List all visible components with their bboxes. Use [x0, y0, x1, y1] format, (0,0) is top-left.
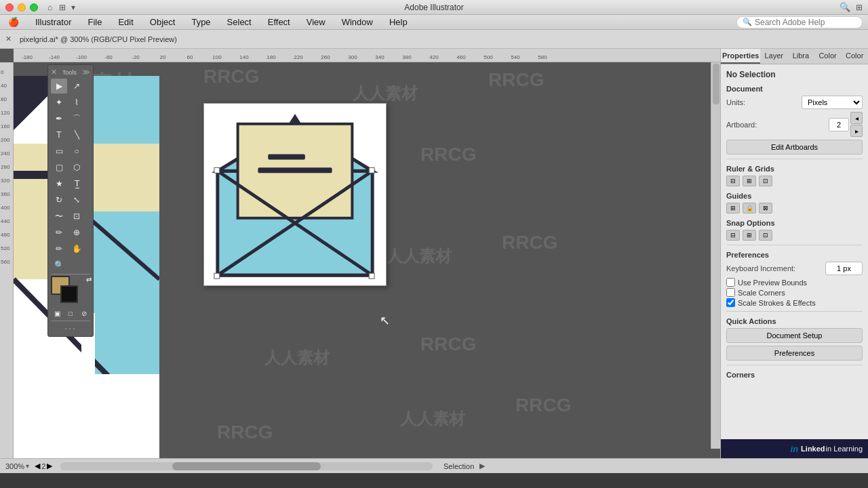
- tab-color2[interactable]: Color: [841, 49, 868, 64]
- home-icon[interactable]: ⌂: [47, 3, 52, 12]
- zoom-tool[interactable]: 🔍: [51, 258, 67, 272]
- ruler-icon-3[interactable]: ⊡: [759, 176, 772, 186]
- units-row: Units: Pixels Inches Centimeters Points: [726, 96, 863, 109]
- none-icon[interactable]: ⊘: [78, 307, 90, 319]
- ellipse-tool[interactable]: ○: [68, 144, 85, 159]
- menu-bar: 🍎 Illustrator File Edit Object Type Sele…: [0, 15, 868, 30]
- rectangle-tool[interactable]: ▭: [51, 144, 67, 159]
- guide-icon-1[interactable]: ⊞: [726, 203, 740, 214]
- scale-corners-checkbox[interactable]: [726, 288, 735, 297]
- menu-view[interactable]: View: [304, 16, 328, 28]
- eyedropper-tool[interactable]: ✏: [51, 225, 67, 240]
- menu-file[interactable]: File: [85, 16, 104, 28]
- keyboard-increment-input[interactable]: [825, 262, 863, 275]
- selection-tool[interactable]: ▶: [51, 79, 67, 94]
- magic-wand-tool[interactable]: ✦: [51, 95, 67, 110]
- pencil-tool[interactable]: ✏: [51, 241, 67, 256]
- title-bar: ⌂ ⊞ ▾ Adobe Illustrator 🔍 ⊞: [0, 0, 868, 15]
- free-transform-tool[interactable]: ⊡: [68, 209, 85, 224]
- curvature-tool[interactable]: ⌒: [68, 111, 85, 126]
- guide-icon-2[interactable]: 🔒: [743, 203, 756, 214]
- artboard-next-btn[interactable]: ▸: [850, 125, 863, 137]
- menu-type[interactable]: Type: [189, 16, 213, 28]
- blend-tool[interactable]: ⊕: [68, 225, 85, 240]
- lasso-tool[interactable]: ⌇: [68, 95, 85, 110]
- linked-learning-banner[interactable]: in Linked in Learning: [721, 439, 868, 458]
- more-tools-btn[interactable]: ···: [51, 323, 90, 333]
- preferences-action-btn[interactable]: Preferences: [726, 346, 863, 361]
- minimize-button[interactable]: [18, 3, 26, 12]
- swap-colors-icon[interactable]: ⇄: [86, 276, 92, 283]
- line-tool[interactable]: ╲: [68, 127, 85, 142]
- scale-strokes-checkbox[interactable]: [726, 298, 735, 307]
- text-area-tool[interactable]: T̲: [68, 176, 85, 191]
- canvas-content: 人人素材 RRCG 人人素材 RRCG RRCG 人人素材 RRCG 人人素材 …: [14, 62, 720, 458]
- polygon-tool[interactable]: ⬡: [68, 160, 85, 175]
- menu-select[interactable]: Select: [224, 16, 254, 28]
- dropdown-icon[interactable]: ▾: [71, 3, 75, 12]
- tab-properties[interactable]: Properties: [721, 49, 760, 64]
- menu-object[interactable]: Object: [147, 16, 178, 28]
- floating-close-btn[interactable]: ✕: [51, 68, 57, 77]
- floating-expand-btn[interactable]: ≫: [82, 68, 90, 77]
- guide-icon-3[interactable]: ⊠: [759, 203, 772, 214]
- panel-tabs: Properties Layer Libra Color Color: [721, 49, 868, 64]
- snap-icon-1[interactable]: ⊟: [726, 230, 740, 241]
- doc-close-btn[interactable]: ✕: [5, 35, 12, 43]
- menu-help[interactable]: Help: [387, 16, 410, 28]
- menu-edit[interactable]: Edit: [115, 16, 136, 28]
- vertical-scrollbar[interactable]: [711, 62, 720, 449]
- warp-tool[interactable]: 〜: [51, 209, 67, 224]
- tab-layer[interactable]: Layer: [760, 49, 787, 64]
- horizontal-scroll-thumb[interactable]: [172, 462, 321, 470]
- tool-divider: [51, 274, 90, 274]
- page-next-btn[interactable]: ▶: [47, 462, 52, 470]
- menu-effect[interactable]: Effect: [265, 16, 293, 28]
- units-select[interactable]: Pixels Inches Centimeters Points: [802, 96, 863, 109]
- zoom-dropdown-btn[interactable]: ▾: [26, 462, 29, 470]
- search-bar-top[interactable]: 🔍: [736, 16, 863, 28]
- ruler-mark: 480: [1, 232, 9, 238]
- tab-color[interactable]: Color: [814, 49, 842, 64]
- star-tool[interactable]: ★: [51, 176, 67, 191]
- type-tool[interactable]: T: [51, 127, 67, 142]
- layout-icon[interactable]: ⊞: [59, 3, 66, 12]
- apple-menu[interactable]: 🍎: [5, 16, 22, 28]
- maximize-button[interactable]: [30, 3, 38, 12]
- ruler-mark: -100: [76, 54, 87, 60]
- ruler-mark: 300: [348, 54, 357, 60]
- search-input[interactable]: [755, 18, 856, 27]
- close-button[interactable]: [5, 3, 14, 12]
- vertical-scroll-thumb[interactable]: [713, 64, 719, 104]
- direct-selection-tool[interactable]: ↗: [68, 79, 85, 94]
- hand-tool[interactable]: ✋: [68, 241, 85, 256]
- canvas-area[interactable]: -180 -140 -100 -60 -20 20 60 100 140 180…: [0, 49, 720, 458]
- snap-icon-2[interactable]: ⊞: [743, 230, 756, 241]
- fill-icon[interactable]: ▣: [51, 307, 63, 319]
- background-color-swatch[interactable]: [60, 285, 78, 303]
- ruler-mark: 440: [1, 218, 9, 224]
- watermark: RRCG: [488, 69, 544, 91]
- use-preview-bounds-checkbox[interactable]: [726, 278, 735, 287]
- ruler-mark: 580: [538, 54, 547, 60]
- menu-illustrator[interactable]: Illustrator: [33, 16, 74, 28]
- use-preview-bounds-row: Use Preview Bounds: [726, 278, 863, 287]
- scale-tool[interactable]: ⤡: [68, 192, 85, 207]
- ruler-icon-2[interactable]: ⊞: [743, 176, 756, 186]
- snap-icon-3[interactable]: ⊡: [759, 230, 772, 241]
- artboard-prev-btn[interactable]: ◂: [850, 112, 863, 124]
- horizontal-scrollbar[interactable]: [60, 462, 433, 470]
- document-setup-btn[interactable]: Document Setup: [726, 328, 863, 343]
- tool-arrow-icon: ▶: [479, 462, 485, 470]
- pen-tool[interactable]: ✒: [51, 111, 67, 126]
- bottom-icons: ▣ □ ⊘: [51, 307, 90, 319]
- artboard-number-input[interactable]: [829, 118, 849, 131]
- rotate-tool[interactable]: ↻: [51, 192, 67, 207]
- menu-window[interactable]: Window: [339, 16, 376, 28]
- edit-artboards-btn[interactable]: Edit Artboards: [726, 140, 863, 155]
- stroke-icon[interactable]: □: [64, 307, 77, 319]
- ruler-icon-1[interactable]: ⊟: [726, 176, 740, 186]
- page-prev-btn[interactable]: ◀: [35, 462, 40, 470]
- tab-libraries[interactable]: Libra: [787, 49, 814, 64]
- rounded-rect-tool[interactable]: ▢: [51, 160, 67, 175]
